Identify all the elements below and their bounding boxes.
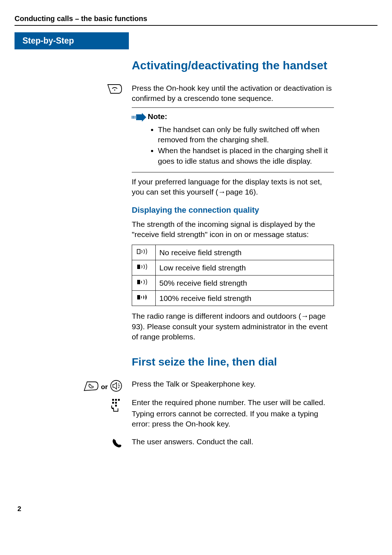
svg-rect-8 (112, 399, 114, 401)
handset-icon (111, 437, 122, 450)
section-heading-activating: Activating/deactivating the handset (132, 59, 334, 72)
on-hook-key-icon (107, 84, 122, 95)
signal-label: Low receive field strength (156, 260, 334, 276)
typing-error-text: Typing errors cannot be corrected. If yo… (132, 409, 334, 429)
signal-strength-table: No receive field strength Low receive fi… (132, 245, 334, 306)
svg-rect-12 (115, 402, 117, 404)
or-label: or (101, 383, 108, 391)
svg-point-0 (114, 90, 115, 91)
svg-rect-3 (135, 116, 135, 119)
talk-instruction: Press the Talk or Speakerphone key. (132, 379, 334, 389)
speakerphone-key-icon (110, 380, 122, 394)
table-row: 50% receive field strength (132, 276, 334, 291)
table-row: Low receive field strength (132, 260, 334, 276)
range-text: The radio range is different indoors and… (132, 311, 334, 342)
enter-number-text: Enter the required phone number. The use… (132, 397, 334, 408)
subheading-connection-quality: Displaying the connection quality (132, 205, 334, 215)
page-ref-arrow-icon: → (301, 311, 309, 321)
svg-rect-13 (115, 405, 117, 407)
connq-intro: The strength of the incoming signal is d… (132, 219, 334, 240)
svg-rect-2 (133, 116, 134, 119)
note-box: Note: The handset can only be fully swit… (132, 107, 334, 172)
language-text: If your preferred language for the displ… (132, 177, 334, 197)
intro-text: Press the On-hook key until the activati… (132, 83, 334, 104)
note-item: The handset can only be fully switched o… (158, 125, 334, 145)
note-arrow-icon (132, 113, 148, 122)
signal-label: 100% receive field strength (156, 291, 334, 306)
page-number: 2 (17, 505, 377, 513)
signal-100-icon (136, 294, 152, 302)
page-ref[interactable]: page 16 (226, 188, 253, 196)
svg-rect-10 (118, 399, 120, 401)
svg-rect-1 (132, 116, 132, 119)
note-list: The handset can only be fully switched o… (158, 125, 334, 166)
section-heading-seize-line: First seize the line, then dial (132, 356, 334, 368)
page-ref-arrow-icon: → (218, 187, 226, 197)
signal-50-icon (136, 279, 152, 287)
table-row: No receive field strength (132, 245, 334, 260)
step-by-step-banner: Step-by-Step (15, 32, 129, 49)
note-item: When the handset is placed in the chargi… (158, 146, 334, 166)
signal-low-icon (136, 264, 152, 272)
signal-none-icon (136, 248, 152, 257)
svg-rect-9 (115, 399, 117, 401)
note-label: Note: (148, 112, 334, 121)
header-title: Conducting calls – the basic functions (15, 15, 377, 26)
svg-rect-11 (112, 402, 114, 404)
page: Conducting calls – the basic functions S… (0, 0, 392, 527)
keypad-icon (110, 398, 122, 414)
conduct-call-text: The user answers. Conduct the call. (132, 437, 334, 447)
table-row: 100% receive field strength (132, 291, 334, 306)
signal-label: 50% receive field strength (156, 276, 334, 291)
signal-label: No receive field strength (156, 245, 334, 260)
talk-key-icon (83, 380, 99, 393)
